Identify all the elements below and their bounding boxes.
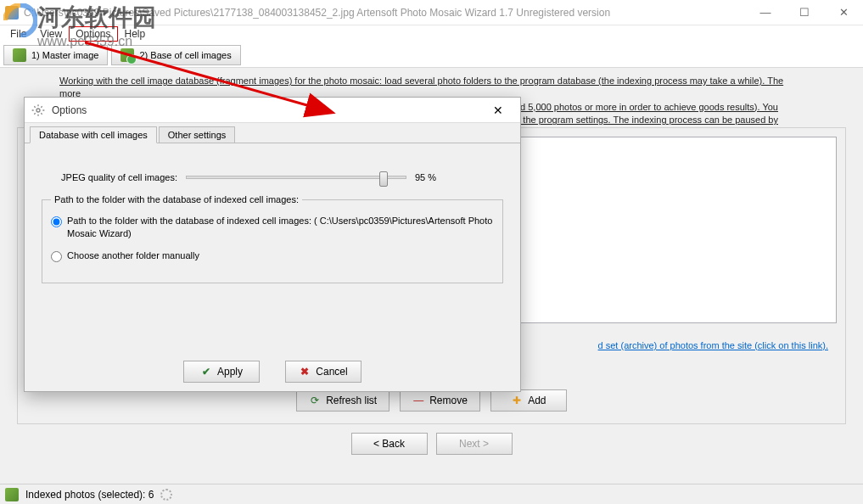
image-icon — [13, 48, 26, 62]
radio-label: Path to the folder with the database of … — [67, 215, 494, 241]
add-button[interactable]: ✚ Add — [490, 389, 567, 412]
window-title: C:\Users\pc0359\Pictures\Saved Pictures\… — [24, 7, 746, 19]
check-icon: ✔ — [200, 366, 212, 378]
refresh-list-button[interactable]: ⟳ Refresh list — [296, 389, 389, 412]
apply-button[interactable]: ✔ Apply — [183, 361, 260, 383]
cancel-button[interactable]: ✖ Cancel — [285, 361, 361, 383]
jpeg-label: JPEG quality of cell images: — [42, 172, 177, 182]
jpeg-quality-slider[interactable] — [186, 176, 406, 179]
remove-button[interactable]: — Remove — [400, 389, 480, 412]
path-fieldset: Path to the folder with the database of … — [42, 194, 503, 283]
radio-default-path[interactable]: Path to the folder with the database of … — [51, 215, 494, 241]
jpeg-quality-row: JPEG quality of cell images: 95 % — [42, 172, 503, 182]
titlebar: C:\Users\pc0359\Pictures\Saved Pictures\… — [0, 0, 863, 25]
wizard-nav: < Back Next > — [0, 433, 863, 455]
download-archive-link[interactable]: d set (archive) of photos from the site … — [598, 340, 828, 350]
svg-point-0 — [36, 109, 40, 112]
btn-label: Apply — [217, 366, 243, 378]
spinner-icon — [160, 489, 172, 501]
app-icon — [5, 6, 19, 20]
statusbar: Indexed photos (selected): 6 — [0, 484, 863, 504]
status-text: Indexed photos (selected): 6 — [25, 489, 154, 501]
minus-icon: — — [412, 395, 424, 406]
gear-icon — [31, 104, 45, 117]
dialog-body: JPEG quality of cell images: 95 % Path t… — [25, 143, 520, 283]
btn-label: Refresh list — [326, 395, 377, 406]
dialog-close-button[interactable]: ✕ — [481, 101, 515, 120]
step-label: 1) Master image — [31, 50, 98, 60]
maximize-button[interactable]: ☐ — [785, 0, 824, 25]
step-label: 2) Base of cell images — [139, 50, 231, 60]
options-dialog: Options ✕ Database with cell images Othe… — [24, 97, 521, 392]
radio-choose-input[interactable] — [51, 251, 62, 262]
next-button[interactable]: Next > — [436, 433, 513, 455]
cross-icon: ✖ — [299, 366, 311, 378]
minimize-button[interactable]: — — [746, 0, 785, 25]
radio-choose-folder[interactable]: Choose another folder manually — [51, 249, 494, 262]
jpeg-value: 95 % — [415, 172, 436, 182]
menubar: File View Options Help — [0, 25, 863, 42]
radio-default-input[interactable] — [51, 216, 62, 227]
radio-label: Choose another folder manually — [67, 249, 199, 262]
plus-icon: ✚ — [511, 395, 523, 406]
indexed-icon — [5, 488, 19, 501]
dialog-buttons: ✔ Apply ✖ Cancel — [25, 361, 520, 383]
dialog-title: Options — [52, 104, 87, 116]
dialog-titlebar: Options ✕ — [25, 98, 520, 123]
step-master-image[interactable]: 1) Master image — [3, 45, 108, 65]
refresh-icon: ⟳ — [309, 395, 321, 406]
fieldset-legend: Path to the folder with the database of … — [51, 194, 302, 204]
btn-label: Cancel — [316, 366, 347, 378]
menu-options[interactable]: Options — [69, 26, 117, 42]
tab-database[interactable]: Database with cell images — [30, 126, 157, 143]
panel-buttons: ⟳ Refresh list — Remove ✚ Add — [18, 389, 845, 412]
slider-thumb[interactable] — [379, 171, 388, 187]
close-button[interactable]: ✕ — [824, 0, 863, 25]
btn-label: Remove — [429, 395, 468, 406]
wizard-steps: 1) Master image 2) Base of cell images — [0, 42, 863, 68]
window-controls: — ☐ ✕ — [746, 0, 863, 25]
menu-file[interactable]: File — [3, 26, 33, 42]
tab-other-settings[interactable]: Other settings — [159, 126, 235, 143]
menu-view[interactable]: View — [33, 26, 69, 42]
back-button[interactable]: < Back — [351, 433, 428, 455]
dialog-tabs: Database with cell images Other settings — [25, 123, 520, 143]
btn-label: Add — [528, 395, 546, 406]
menu-help[interactable]: Help — [118, 26, 153, 42]
images-stack-icon — [120, 48, 134, 62]
step-base-cell-images[interactable]: 2) Base of cell images — [111, 45, 240, 65]
